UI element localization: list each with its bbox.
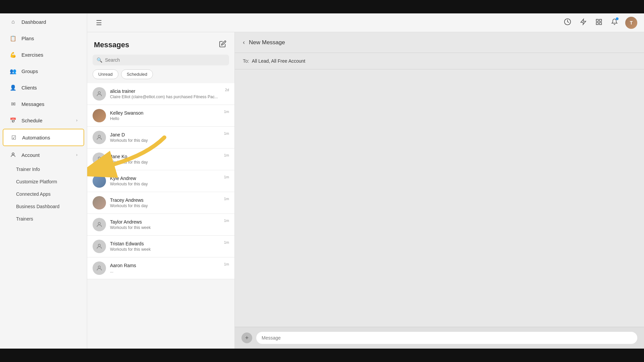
sidebar-item-exercises[interactable]: 💪 Exercises [3, 47, 84, 63]
messages-icon: ✉ [9, 100, 17, 108]
lightning-icon-button[interactable] [579, 17, 588, 28]
to-line: To: All Lead, All Free Account [235, 53, 644, 69]
message-name: Tristan Edwards [110, 241, 220, 246]
message-item[interactable]: Kelley Swanson Hello 1m [87, 105, 234, 127]
message-avatar [93, 196, 106, 209]
svg-rect-5 [596, 22, 598, 24]
message-content: Jane D Workouts for this day [110, 132, 220, 143]
automations-icon: ☑ [10, 134, 17, 141]
bell-icon-button[interactable] [610, 17, 619, 28]
schedule-icon: 📅 [9, 117, 17, 124]
message-preview: Workouts for this day [110, 203, 220, 208]
message-avatar [93, 87, 106, 101]
message-avatar [93, 218, 106, 231]
message-avatar [93, 131, 106, 144]
messages-header: Messages [87, 32, 234, 55]
add-attachment-button[interactable]: + [241, 333, 252, 343]
message-name: Taylor Andrews [110, 219, 220, 225]
svg-point-9 [98, 157, 101, 159]
message-item[interactable]: alicia trainer Claire Elliot (claire@ell… [87, 83, 234, 105]
message-avatar [93, 153, 106, 166]
hamburger-button[interactable]: ☰ [94, 17, 104, 29]
expand-icon-schedule: › [76, 118, 77, 123]
sidebar-sub-item-connected-apps[interactable]: Connected Apps [3, 188, 84, 200]
sidebar-label-account: Account [21, 152, 40, 158]
sidebar-item-automations[interactable]: ☑ Automations [3, 129, 84, 146]
sidebar-label-schedule: Schedule [21, 118, 43, 123]
sidebar-label-automations: Automations [22, 135, 50, 140]
svg-rect-4 [599, 19, 601, 21]
message-item[interactable]: Jane Ko Workouts for this day 1m [87, 148, 234, 170]
svg-point-7 [98, 92, 101, 94]
sidebar-item-groups[interactable]: 👥 Groups [3, 63, 84, 79]
filter-unread[interactable]: Unread [93, 69, 118, 79]
message-time: 1m [224, 153, 229, 157]
sidebar-label-exercises: Exercises [21, 52, 43, 58]
message-time: 1m [224, 110, 229, 114]
message-name: Kyle Andrew [110, 176, 220, 181]
notification-dot [616, 17, 619, 20]
main-content: ☰ [87, 13, 644, 349]
sidebar-item-account[interactable]: Account › [3, 147, 84, 163]
message-item[interactable]: Taylor Andrews Workouts for this week 1m [87, 214, 234, 236]
avatar[interactable]: T [625, 17, 637, 29]
sidebar-item-messages[interactable]: ✉ Messages [3, 96, 84, 112]
message-name: Kelley Swanson [110, 110, 220, 116]
sidebar-item-schedule[interactable]: 📅 Schedule › [3, 112, 84, 128]
compose-button[interactable] [218, 39, 228, 51]
message-preview: Workouts for this day [110, 138, 220, 143]
message-preview: Workouts for this day [110, 160, 220, 165]
sidebar: ⌂ Dashboard 📋 Plans 💪 Exercises 👥 Groups… [0, 13, 87, 349]
to-label: To: [243, 58, 249, 64]
message-item[interactable]: Tristan Edwards Workouts for this week 1… [87, 236, 234, 257]
sidebar-item-dashboard[interactable]: ⌂ Dashboard [3, 14, 84, 30]
exercises-icon: 💪 [9, 51, 17, 58]
message-content: alicia trainer Claire Elliot (claire@ell… [110, 88, 221, 99]
message-preview: Workouts for this week [110, 247, 220, 252]
message-item[interactable]: Tracey Andrews Workouts for this day 1m [87, 192, 234, 214]
sidebar-item-plans[interactable]: 📋 Plans [3, 30, 84, 46]
message-content: Tracey Andrews Workouts for this day [110, 197, 220, 208]
message-time: 1m [224, 131, 229, 135]
message-item[interactable]: Kyle Andrew Workouts for this day 1m [87, 170, 234, 192]
message-name: Jane D [110, 132, 220, 137]
message-time: 1m [224, 219, 229, 223]
back-button[interactable]: ‹ [243, 39, 245, 46]
top-bar [0, 0, 644, 13]
messages-panel: Messages 🔍 Unread Scheduled [87, 32, 235, 349]
grid-icon-button[interactable] [594, 17, 604, 28]
message-time: 1m [224, 175, 229, 179]
message-preview: Workouts for this week [110, 225, 220, 230]
message-item[interactable]: Aaron Rams ... 1m [87, 257, 234, 279]
message-body [235, 69, 644, 327]
svg-rect-3 [596, 19, 598, 21]
message-input[interactable] [256, 332, 637, 344]
search-input[interactable] [105, 57, 225, 63]
sidebar-label-dashboard: Dashboard [21, 19, 46, 25]
messages-title: Messages [94, 41, 129, 49]
message-preview: Hello [110, 116, 220, 121]
expand-icon-account: › [76, 153, 77, 157]
message-time: 2d [225, 88, 229, 92]
clients-icon: 👤 [9, 84, 17, 91]
sidebar-label-clients: Clients [21, 85, 37, 90]
sidebar-sub-item-trainers[interactable]: Trainers [3, 213, 84, 225]
sidebar-nav: ⌂ Dashboard 📋 Plans 💪 Exercises 👥 Groups… [0, 13, 87, 146]
svg-rect-6 [599, 22, 601, 24]
search-bar[interactable]: 🔍 [93, 55, 229, 65]
sidebar-label-messages: Messages [21, 101, 44, 107]
sidebar-sub-item-business-dashboard[interactable]: Business Dashboard [3, 200, 84, 213]
sidebar-sub-item-customize-platform[interactable]: Customize Platform [3, 176, 84, 188]
svg-marker-2 [581, 19, 586, 25]
header-actions: T [562, 17, 637, 29]
dashboard-icon: ⌂ [9, 18, 17, 25]
sidebar-sub-item-trainer-info[interactable]: Trainer Info [3, 163, 84, 175]
clock-icon-button[interactable] [562, 17, 573, 28]
filter-scheduled[interactable]: Scheduled [121, 69, 153, 79]
svg-point-8 [98, 135, 101, 137]
message-content: Tristan Edwards Workouts for this week [110, 241, 220, 252]
message-avatar [93, 174, 106, 188]
sidebar-item-clients[interactable]: 👤 Clients [3, 79, 84, 96]
message-item[interactable]: Jane D Workouts for this day 1m [87, 127, 234, 148]
plans-icon: 📋 [9, 35, 17, 42]
